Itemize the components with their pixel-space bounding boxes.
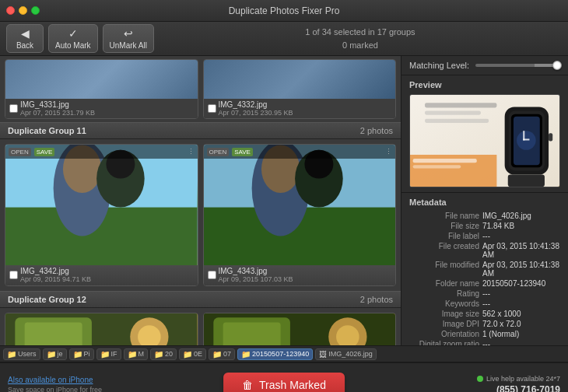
photo-caption-4332: IMG_4332.jpg Apr 07, 2015 230.95 KB (204, 99, 396, 118)
folder-m[interactable]: 📁 M (124, 348, 149, 360)
meta-val-orientation: 1 (Normal) (482, 330, 519, 338)
checkbox-4331[interactable] (9, 104, 18, 113)
save-badge-2: SAVE (232, 148, 253, 156)
trash-icon: 🗑 (242, 379, 253, 391)
back-button[interactable]: ◀ Back (6, 24, 44, 53)
photo-item-g12-2[interactable] (203, 313, 397, 345)
folder-je[interactable]: 📁 je (43, 348, 67, 360)
slider-thumb[interactable] (552, 61, 562, 70)
preview-image (409, 94, 560, 187)
more-icon: ⋮ (188, 148, 195, 156)
meta-row-dpi: Image DPI 72.0 x 72.0 (409, 320, 560, 328)
meta-row-rating: Rating --- (409, 289, 560, 298)
maximize-button[interactable] (31, 6, 40, 15)
folder-pi[interactable]: 📁 Pi (69, 348, 94, 360)
live-indicator (477, 376, 483, 382)
svg-rect-33 (549, 133, 552, 141)
group10-photos-row: IMG_4331.jpg Apr 07, 2015 231.79 KB IMG_… (0, 56, 401, 122)
auto-mark-button[interactable]: ✓ Auto Mark (48, 24, 98, 53)
folder-bar: 📁 Users 📁 je 📁 Pi 📁 IF 📁 M 📁 20 📁 0E 📁 0… (0, 345, 568, 362)
thumb-4332 (204, 60, 396, 99)
folder-if[interactable]: 📁 IF (96, 348, 121, 360)
group11-header: Duplicate Group 11 2 photos (0, 122, 401, 139)
food-svg-2 (204, 313, 396, 345)
photo-date-4332: Apr 07, 2015 230.95 KB (219, 109, 392, 117)
food-svg-1 (5, 313, 198, 345)
photo-item-4332[interactable]: IMG_4332.jpg Apr 07, 2015 230.95 KB (203, 59, 397, 119)
folder-label-if: IF (111, 350, 117, 358)
meta-4343: Apr 09, 2015 107.03 KB (219, 275, 293, 283)
minimize-button[interactable] (19, 6, 27, 15)
photo-item-4343[interactable]: OPEN SAVE ⋮ (203, 144, 397, 286)
auto-mark-icon: ✓ (68, 27, 78, 40)
photo-date-4331: Apr 07, 2015 231.79 KB (20, 109, 194, 117)
matching-label: Matching Level: (409, 61, 469, 70)
photo-visual-4343 (204, 145, 396, 265)
svg-rect-14 (25, 323, 82, 345)
meta-key-orientation: Orientation (409, 330, 479, 338)
folder-label-img4026: IMG_4026.jpg (328, 350, 373, 358)
svg-rect-34 (508, 175, 545, 187)
left-panel[interactable]: IMG_4331.jpg Apr 07, 2015 231.79 KB IMG_… (0, 56, 401, 345)
matching-slider[interactable] (475, 64, 560, 67)
unmark-all-button[interactable]: ↩ UnMark All (103, 24, 154, 53)
live-help-text: Live help available 24*7 (486, 375, 560, 383)
unmark-all-label: UnMark All (110, 41, 147, 50)
folder-icon-pi: 📁 (73, 350, 82, 359)
folder-label-je: je (58, 350, 63, 358)
photo-item-4342[interactable]: OPEN SAVE ⋮ (5, 144, 198, 286)
folder-20[interactable]: 📁 20 (150, 348, 177, 360)
back-icon: ◀ (21, 27, 30, 40)
group12-title: Duplicate Group 12 (8, 295, 86, 304)
folder-label-users: Users (18, 350, 37, 358)
folder-icon-users: 📁 (7, 350, 16, 359)
folder-img4026[interactable]: 🖼 IMG_4026.jpg (315, 348, 377, 360)
checkbox-4343[interactable] (208, 271, 216, 279)
selection-info: 1 of 34 selected in 17 groups (159, 26, 562, 39)
close-button[interactable] (6, 6, 15, 15)
open-badge-2: OPEN (207, 148, 230, 156)
group11-title: Duplicate Group 11 (8, 126, 86, 135)
live-help-row: Live help available 24*7 (477, 375, 560, 383)
meta-val-keywords: --- (482, 299, 490, 308)
photo-caption-4342: IMG_4342.jpg Apr 09, 2015 94.71 KB (5, 265, 198, 285)
svg-point-30 (517, 131, 536, 150)
photo-svg-4342 (5, 145, 198, 265)
folder-0e[interactable]: 📁 0E (179, 348, 206, 360)
meta-key-dpi: Image DPI (409, 320, 479, 328)
also-available-link[interactable]: Also available on iPhone (8, 376, 102, 384)
more-icon-2: ⋮ (385, 148, 392, 156)
folder-07[interactable]: 📁 07 (209, 348, 235, 360)
save-badge: SAVE (34, 148, 55, 156)
phone-number[interactable]: (855) 716-7019 (496, 384, 560, 393)
checkbox-4342[interactable] (9, 271, 18, 279)
photo-svg-4343 (204, 145, 396, 265)
folder-users[interactable]: 📁 Users (3, 348, 40, 360)
photo-name-4331: IMG_4331.jpg (20, 100, 194, 109)
meta-row-foldername: Folder name 20150507-123940 (409, 279, 560, 288)
photo-item-g12-1[interactable] (5, 313, 198, 345)
svg-rect-25 (425, 119, 489, 123)
folder-20150507[interactable]: 📁 20150507-123940 (237, 348, 313, 360)
meta-row-created: File created Apr 03, 2015 10:41:38 AM (409, 242, 560, 259)
svg-rect-19 (223, 323, 280, 345)
svg-rect-24 (425, 111, 481, 115)
trash-marked-button[interactable]: 🗑 Trash Marked (223, 373, 345, 393)
matching-level-row: Matching Level: (401, 56, 568, 75)
meta-val-rating: --- (482, 289, 490, 298)
photo-visual-4342 (5, 145, 198, 265)
photo-caption-4343: IMG_4343.jpg Apr 09, 2015 107.03 KB (204, 265, 396, 285)
checkbox-4332[interactable] (208, 104, 216, 113)
toolbar: ◀ Back ✓ Auto Mark ↩ UnMark All 1 of 34 … (0, 22, 568, 56)
meta-row-filesize: File size 71.84 KB (409, 222, 560, 230)
meta-val-digitalzoom: --- (482, 340, 490, 345)
thumb-g12-1 (5, 313, 198, 345)
meta-key-foldername: Folder name (409, 279, 479, 288)
photo-item-4331[interactable]: IMG_4331.jpg Apr 07, 2015 231.79 KB (5, 59, 198, 119)
meta-row-filelabel: File label --- (409, 232, 560, 240)
meta-row-digitalzoom: Digital zoom ratio --- (409, 340, 560, 345)
traffic-lights (6, 6, 40, 15)
meta-val-created: Apr 03, 2015 10:41:38 AM (482, 242, 560, 259)
folder-label-pi: Pi (84, 350, 90, 358)
folder-label-20150507: 20150507-123940 (252, 350, 309, 358)
